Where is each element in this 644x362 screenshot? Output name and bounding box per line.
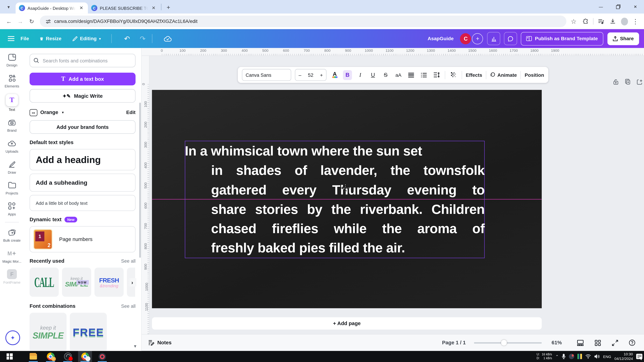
brand-kit-edit-link[interactable]: Edit [126, 110, 136, 115]
add-subheading-card[interactable]: Add a subheading [30, 174, 136, 192]
media-playlist-icon[interactable] [596, 16, 606, 26]
hamburger-menu-icon[interactable] [5, 32, 17, 44]
browser-menu-icon[interactable]: ⋮ [631, 16, 640, 26]
page-numbers-card[interactable]: 1 2 Page numbers [30, 226, 136, 252]
font-size-decrease[interactable]: – [295, 72, 304, 78]
clock-widget[interactable]: 10:30 04/12/2024 [614, 352, 633, 361]
fullscreen-icon[interactable] [610, 337, 620, 348]
line-spacing-button[interactable] [432, 70, 441, 80]
panel-scrollbar[interactable] [139, 103, 141, 258]
sidebar-item-projects[interactable]: Projects [0, 180, 24, 195]
zoom-slider-thumb[interactable] [501, 340, 506, 346]
add-page-icon[interactable] [637, 79, 643, 85]
resize-menu[interactable]: ♛ Resize [40, 36, 62, 41]
underline-button[interactable]: U [368, 70, 378, 80]
back-icon[interactable]: ← [4, 16, 14, 27]
close-button[interactable]: ✕ [627, 0, 644, 13]
browser-profile-avatar[interactable] [621, 17, 628, 25]
scroll-right-chevron[interactable]: › [128, 278, 136, 287]
undo-icon[interactable]: ↶ [121, 32, 133, 44]
zoom-percent[interactable]: 61% [552, 340, 562, 346]
position-button[interactable]: Position [525, 72, 544, 78]
editing-mode-menu[interactable]: Editing ▾ [72, 36, 101, 41]
canvas-text[interactable]: In a whimsical town where the sun set in… [185, 142, 484, 258]
font-search-box[interactable] [30, 54, 136, 67]
canva-assistant-button[interactable]: ✦ [6, 330, 20, 345]
tab-close-icon[interactable]: ✕ [150, 5, 157, 11]
site-settings-icon[interactable] [46, 19, 51, 24]
sidebar-item-draw[interactable]: Draw [0, 159, 24, 175]
add-heading-card[interactable]: Add a heading [30, 149, 136, 170]
start-button[interactable] [2, 351, 16, 362]
add-page-button[interactable]: + Add page [152, 317, 542, 330]
action-center-icon[interactable] [636, 354, 642, 359]
sidebar-item-design[interactable]: Design [0, 52, 24, 67]
browser-tab-inactive[interactable]: C PLEASE SUBSCRIBE TO THIS CH ✕ [88, 2, 160, 13]
add-member-button[interactable]: + [472, 33, 483, 44]
lock-icon[interactable] [613, 79, 619, 85]
search-input[interactable] [42, 58, 132, 63]
recently-used-see-all[interactable]: See all [121, 259, 136, 264]
font-family-select[interactable]: Canva Sans [242, 69, 291, 81]
insights-chart-icon[interactable] [487, 32, 500, 45]
tray-expand-chevron[interactable]: ⌃ [555, 354, 559, 359]
publish-brand-template-button[interactable]: Publish as Brand Template [521, 32, 603, 45]
bold-button[interactable]: B [343, 70, 352, 80]
address-bar[interactable]: canva.com/design/DAGXFBBoiYg/0U8xD9Q6AHZ… [40, 15, 566, 27]
browser-tab-active[interactable]: C AsapGuide - Desktop Wallpape ✕ [16, 2, 88, 13]
volume-icon[interactable] [594, 354, 600, 359]
bookmark-star-icon[interactable]: ☆ [569, 16, 578, 26]
recorder-app-button[interactable] [95, 351, 109, 362]
sidebar-item-brand[interactable]: co Brand [0, 117, 24, 133]
notes-button[interactable]: Notes [148, 340, 172, 346]
obs-tray-icon[interactable] [569, 354, 574, 359]
style-tile-fresh-trending[interactable]: FRESH &trending [94, 268, 124, 297]
app-tray-icon[interactable] [578, 354, 582, 359]
extensions-icon[interactable] [581, 16, 590, 26]
tab-search-chevron-icon[interactable]: ▾ [3, 1, 14, 12]
strikethrough-button[interactable]: S [381, 70, 390, 80]
sidebar-item-apps[interactable]: Apps [0, 201, 24, 216]
share-button[interactable]: Share [607, 32, 639, 45]
sidebar-item-uploads[interactable]: Uploads [0, 138, 24, 154]
file-explorer-button[interactable] [26, 351, 40, 362]
alignment-button[interactable] [407, 70, 416, 80]
italic-button[interactable]: I [356, 70, 365, 80]
font-size-value[interactable]: 52 [305, 72, 317, 78]
language-indicator[interactable]: ENG [603, 355, 611, 359]
combo-tile-keep-it-simple[interactable]: keep it SIMPLE [30, 313, 66, 351]
effects-button[interactable]: Effects [466, 72, 482, 78]
style-tile-call-now[interactable]: CALL NOW [30, 268, 59, 297]
magic-write-button[interactable]: ✦✎ Magic Write [30, 89, 136, 102]
zoom-slider[interactable] [474, 342, 542, 343]
tab-close-icon[interactable]: ✕ [78, 5, 85, 11]
panel-scroll-down-icon[interactable]: ▼ [133, 344, 137, 349]
duplicate-page-icon[interactable] [625, 79, 631, 85]
combo-tile-free[interactable]: FREE [70, 313, 107, 351]
chrome-profile2-button-active[interactable] [78, 351, 92, 362]
font-combinations-see-all[interactable]: See all [121, 304, 136, 309]
obs-button[interactable] [61, 351, 75, 362]
sidebar-item-elements[interactable]: Elements [0, 73, 24, 88]
add-brand-fonts-button[interactable]: Add your brand fonts [30, 120, 136, 134]
list-button[interactable] [419, 70, 428, 80]
text-case-button[interactable]: aA [394, 70, 403, 80]
add-text-box-button[interactable]: T Add a text box [30, 72, 136, 85]
file-menu[interactable]: File [20, 36, 29, 41]
font-size-increase[interactable]: + [317, 72, 326, 78]
grid-view-icon[interactable] [575, 337, 586, 348]
sidebar-item-bulk-create[interactable]: Bulk create [0, 227, 24, 243]
microphone-icon[interactable] [562, 354, 566, 359]
chrome-profile1-button[interactable] [44, 351, 58, 362]
new-tab-button[interactable]: + [164, 2, 173, 12]
maximize-button[interactable] [610, 0, 627, 13]
forward-icon[interactable]: → [16, 16, 25, 27]
comments-icon[interactable] [504, 32, 517, 45]
thumbnails-grid-icon[interactable] [592, 337, 603, 348]
minimize-button[interactable]: — [592, 0, 610, 13]
reload-icon[interactable]: ↻ [27, 16, 36, 27]
sidebar-item-fontframe[interactable]: F FontFrame [0, 269, 24, 285]
download-icon[interactable] [608, 16, 617, 26]
brand-kit-row[interactable]: co Orange ▾ Edit [30, 106, 136, 119]
animate-button[interactable]: Animate [490, 72, 517, 78]
